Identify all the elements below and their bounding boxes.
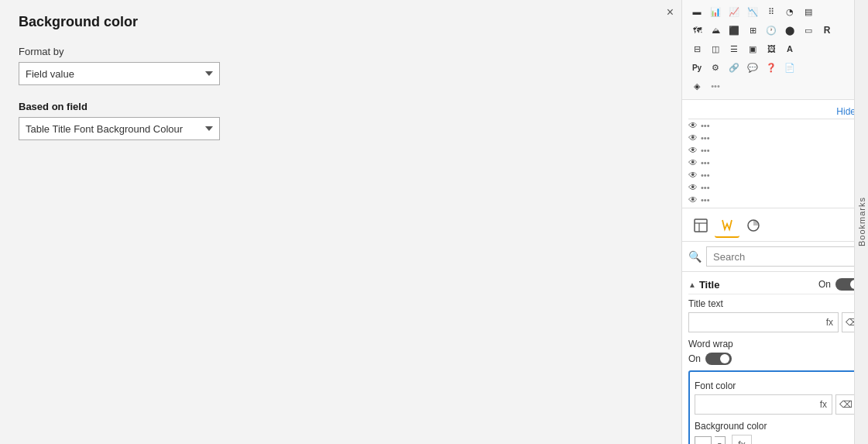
eye-row-4: 👁 ••• xyxy=(688,157,862,169)
eye-icon-6: 👁 xyxy=(688,182,698,193)
font-color-row: Font color ⌫ xyxy=(695,377,856,417)
eye-icon-3: 👁 xyxy=(688,145,698,156)
format-by-label: Format by xyxy=(19,46,663,57)
icons-area: ▬ 📊 📈 📉 ⠿ ◔ ▤ 🗺 ⛰ ⬛ ⊞ 🕐 ⬤ ▭ R ⊟ ◫ ☰ ▣ 🖼 … xyxy=(682,0,868,100)
icon-key-influencers[interactable]: 🔗 xyxy=(726,59,743,76)
icon-bar-chart[interactable]: ▬ xyxy=(688,3,705,20)
hide-button[interactable]: Hide xyxy=(836,106,856,117)
left-panel: × Background color Format by Field value… xyxy=(0,0,681,444)
tab-format[interactable] xyxy=(715,213,739,238)
swatch-dropdown[interactable]: ▾ xyxy=(715,436,726,444)
icon-r-visual[interactable]: R xyxy=(818,22,835,39)
eye-row-3: 👁 ••• xyxy=(688,144,862,157)
search-bar: 🔍 xyxy=(682,242,868,272)
tab-analytics[interactable] xyxy=(741,213,766,238)
icon-waterfall[interactable]: ▤ xyxy=(800,3,817,20)
search-icon: 🔍 xyxy=(688,250,702,263)
icon-column-chart[interactable]: 📊 xyxy=(707,3,724,20)
icon-table[interactable]: ⊞ xyxy=(744,22,761,39)
word-wrap-toggle-label: On xyxy=(688,353,701,364)
font-color-label: Font color xyxy=(695,380,856,391)
title-text-input[interactable] xyxy=(688,312,839,332)
chevron-icon[interactable]: ▲ xyxy=(688,281,696,289)
title-text-label: Title text xyxy=(688,298,862,309)
icon-donut[interactable]: ⬤ xyxy=(781,22,798,39)
eye-icon-1: 👁 xyxy=(688,120,698,131)
bookmarks-strip: Bookmarks xyxy=(854,0,868,444)
eye-icon-2: 👁 xyxy=(688,133,698,143)
background-color-row: Background color ▾ fx xyxy=(695,417,856,444)
icon-paginated[interactable]: 📄 xyxy=(781,59,798,76)
icon-row-1: ▬ 📊 📈 📉 ⠿ ◔ ▤ xyxy=(688,3,862,20)
eye-row-7: 👁 ••• xyxy=(688,194,862,206)
icon-python[interactable]: Py xyxy=(688,59,705,76)
eye-rows-area: Hide 👁 ••• 👁 ••• 👁 ••• 👁 ••• 👁 ••• 👁 •••… xyxy=(682,100,868,208)
icon-row-3: ⊟ ◫ ☰ ▣ 🖼 A xyxy=(688,40,862,57)
icon-row-4: Py ⚙ 🔗 💬 ❓ 📄 xyxy=(688,59,862,76)
icon-map[interactable]: 🗺 xyxy=(688,22,705,39)
icon-combo-chart[interactable]: 📉 xyxy=(744,3,761,20)
more-dots-1[interactable]: ••• xyxy=(701,121,710,130)
more-dots-4[interactable]: ••• xyxy=(701,158,710,167)
icon-kpi[interactable]: ◫ xyxy=(707,40,724,57)
eye-icon-5: 👁 xyxy=(688,170,698,181)
title-text-row: Title text ⌫ xyxy=(688,294,862,335)
eye-row-5: 👁 ••• xyxy=(688,169,862,181)
title-toggle-label: On xyxy=(818,279,831,290)
word-wrap-label: Word wrap xyxy=(688,339,862,349)
icon-qa[interactable]: 💬 xyxy=(744,59,761,76)
svg-rect-0 xyxy=(695,219,707,232)
icon-clock[interactable]: 🕐 xyxy=(763,22,780,39)
based-on-field-label: Based on field xyxy=(19,101,663,112)
based-on-field-select[interactable]: Table Title Font Background Colour Table… xyxy=(19,117,220,140)
more-dots-7[interactable]: ••• xyxy=(701,195,710,205)
icon-decomp-tree[interactable]: ⚙ xyxy=(707,59,724,76)
search-input[interactable] xyxy=(706,246,862,267)
word-wrap-toggle-row: On xyxy=(688,353,862,365)
word-wrap-toggle[interactable] xyxy=(705,353,732,365)
tab-strip xyxy=(682,208,868,242)
more-dots-2[interactable]: ••• xyxy=(701,133,710,143)
title-section-label: Title xyxy=(699,279,720,291)
icon-scatter[interactable]: ⠿ xyxy=(763,3,780,20)
word-wrap-row: Word wrap On xyxy=(688,335,862,367)
bookmarks-label: Bookmarks xyxy=(857,197,866,246)
background-color-fx-btn[interactable]: fx xyxy=(732,435,752,444)
icon-slicer[interactable]: ☰ xyxy=(726,40,743,57)
icon-image[interactable]: 🖼 xyxy=(763,40,780,57)
panel-title: Background color xyxy=(19,14,663,30)
icon-matrix[interactable]: ⊟ xyxy=(688,40,705,57)
icon-smart-narrative[interactable]: ❓ xyxy=(763,59,780,76)
eye-icon-7: 👁 xyxy=(688,194,698,205)
icon-pie[interactable]: ◔ xyxy=(781,3,798,20)
title-section-header: ▲ Title On xyxy=(688,272,862,294)
font-color-input[interactable] xyxy=(695,394,832,415)
icon-paint[interactable]: ◈ xyxy=(688,77,705,95)
more-dots-3[interactable]: ••• xyxy=(701,146,710,155)
icon-filled-map[interactable]: ⛰ xyxy=(707,22,724,39)
title-section-left: ▲ Title xyxy=(688,279,719,291)
icon-shape[interactable]: ▣ xyxy=(744,40,761,57)
format-by-select[interactable]: Field value Rules Gradient xyxy=(19,62,220,85)
tab-fields[interactable] xyxy=(688,213,713,238)
background-color-label: Background color xyxy=(695,421,856,432)
icon-more-row5: ••• xyxy=(707,77,724,95)
icon-row-2: 🗺 ⛰ ⬛ ⊞ 🕐 ⬤ ▭ R xyxy=(688,22,862,39)
right-sidebar: ▬ 📊 📈 📉 ⠿ ◔ ▤ 🗺 ⛰ ⬛ ⊞ 🕐 ⬤ ▭ R ⊟ ◫ ☰ ▣ 🖼 … xyxy=(681,0,868,444)
more-dots-6[interactable]: ••• xyxy=(701,183,710,192)
close-button[interactable]: × xyxy=(667,6,674,19)
highlighted-section: Font color ⌫ Background color ▾ fx xyxy=(688,370,862,444)
more-dots-5[interactable]: ••• xyxy=(701,170,710,180)
title-text-input-row: ⌫ xyxy=(688,312,862,332)
icon-card[interactable]: ▭ xyxy=(800,22,817,39)
icon-area-chart[interactable]: ⬛ xyxy=(726,22,743,39)
properties-area: ▲ Title On Title text ⌫ Word wrap xyxy=(682,272,868,444)
font-color-input-row: ⌫ xyxy=(695,394,856,415)
icon-line-chart[interactable]: 📈 xyxy=(726,3,743,20)
icon-text-box[interactable]: A xyxy=(781,40,798,57)
color-swatch[interactable] xyxy=(695,436,712,444)
eye-row-6: 👁 ••• xyxy=(688,181,862,194)
eye-row-2: 👁 ••• xyxy=(688,132,862,144)
font-color-clear-btn[interactable]: ⌫ xyxy=(835,394,856,415)
background-color-input-row: ▾ fx xyxy=(695,435,856,444)
